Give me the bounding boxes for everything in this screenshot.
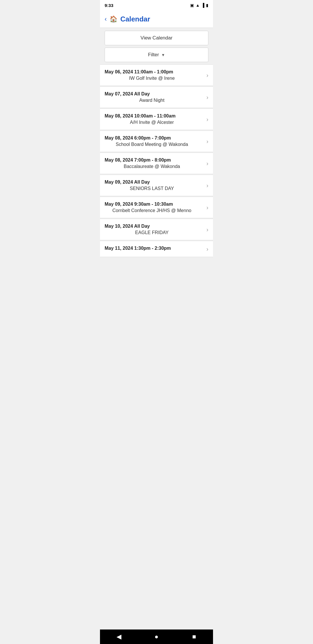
event-date-time: May 09, 2024 All Day — [105, 180, 199, 185]
filter-button[interactable]: Filter ▼ — [105, 48, 208, 62]
chevron-right-icon: › — [206, 246, 208, 252]
event-date-time: May 08, 2024 10:00am - 11:00am — [105, 113, 199, 119]
view-calendar-button[interactable]: View Calendar — [105, 31, 208, 45]
event-title: School Board Meeting @ Wakonda — [105, 142, 199, 147]
event-title: Baccalaureate @ Wakonda — [105, 164, 199, 169]
event-item[interactable]: May 11, 2024 1:30pm - 2:30pm› — [100, 241, 213, 257]
chevron-down-icon: ▼ — [161, 53, 165, 57]
chevron-right-icon: › — [206, 138, 208, 145]
event-date-time: May 08, 2024 7:00pm - 8:00pm — [105, 158, 199, 163]
page-title: Calendar — [120, 15, 150, 23]
event-item[interactable]: May 10, 2024 All DayEAGLE FRIDAY› — [100, 219, 213, 240]
battery-icon: ▮ — [206, 3, 208, 8]
event-title: Cornbelt Conference JH/HS @ Menno — [105, 208, 199, 213]
status-icons: ▣ ▲ ▐ ▮ — [190, 3, 208, 8]
status-time: 9:33 — [105, 3, 113, 8]
chevron-right-icon: › — [206, 182, 208, 189]
event-date-time: May 11, 2024 1:30pm - 2:30pm — [105, 246, 199, 251]
sim-icon: ▣ — [190, 3, 194, 8]
filter-label: Filter — [148, 52, 159, 58]
event-title: Award Night — [105, 98, 199, 103]
chevron-right-icon: › — [206, 94, 208, 101]
wifi-icon: ▲ — [196, 3, 200, 8]
chevron-right-icon: › — [206, 226, 208, 233]
event-title: IW Golf Invite @ Irene — [105, 76, 199, 81]
event-item[interactable]: May 09, 2024 All DaySENIORS LAST DAY› — [100, 175, 213, 196]
event-list: May 06, 2024 11:00am - 1:00pmIW Golf Inv… — [100, 64, 213, 257]
event-title: A/H Invite @ Alcester — [105, 120, 199, 125]
signal-icon: ▐ — [201, 3, 204, 8]
event-item[interactable]: May 08, 2024 7:00pm - 8:00pmBaccalaureat… — [100, 153, 213, 174]
chevron-right-icon: › — [206, 116, 208, 123]
event-item[interactable]: May 06, 2024 11:00am - 1:00pmIW Golf Inv… — [100, 64, 213, 86]
event-title: EAGLE FRIDAY — [105, 230, 199, 235]
event-date-time: May 07, 2024 All Day — [105, 91, 199, 97]
event-item[interactable]: May 08, 2024 10:00am - 11:00amA/H Invite… — [100, 108, 213, 130]
event-date-time: May 06, 2024 11:00am - 1:00pm — [105, 69, 199, 75]
home-icon[interactable]: 🏠 — [110, 15, 117, 23]
chevron-right-icon: › — [206, 72, 208, 79]
event-item[interactable]: May 07, 2024 All DayAward Night› — [100, 86, 213, 108]
event-date-time: May 08, 2024 6:00pm - 7:00pm — [105, 135, 199, 141]
toolbar: View Calendar Filter ▼ — [100, 28, 213, 62]
chevron-right-icon: › — [206, 160, 208, 167]
status-bar: 9:33 ▣ ▲ ▐ ▮ — [100, 0, 213, 10]
event-date-time: May 09, 2024 9:30am - 10:30am — [105, 202, 199, 207]
chevron-right-icon: › — [206, 204, 208, 211]
main-content: View Calendar Filter ▼ May 06, 2024 11:0… — [100, 28, 213, 272]
event-item[interactable]: May 09, 2024 9:30am - 10:30amCornbelt Co… — [100, 197, 213, 218]
event-item[interactable]: May 08, 2024 6:00pm - 7:00pmSchool Board… — [100, 131, 213, 152]
app-header: ‹ 🏠 Calendar — [100, 10, 213, 28]
back-button[interactable]: ‹ — [105, 15, 107, 23]
event-title: SENIORS LAST DAY — [105, 186, 199, 191]
event-date-time: May 10, 2024 All Day — [105, 224, 199, 229]
